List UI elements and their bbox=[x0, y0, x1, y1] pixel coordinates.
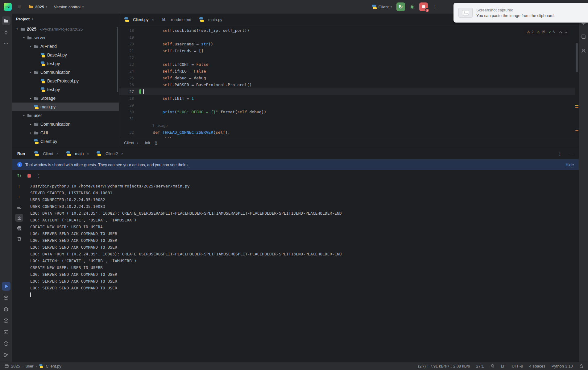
down-stack-trace-button[interactable]: ↓ bbox=[15, 193, 23, 201]
run-toolwindow-button[interactable] bbox=[2, 282, 10, 291]
minimize-icon[interactable]: — bbox=[569, 151, 573, 156]
python-packages-toolwindow-button[interactable] bbox=[2, 293, 10, 302]
project-toolwindow-button[interactable] bbox=[2, 16, 10, 25]
stop-console-button[interactable] bbox=[25, 171, 33, 180]
tree-item-user[interactable]: ▾user bbox=[12, 111, 119, 120]
editor-scrollbar[interactable] bbox=[575, 26, 579, 138]
project-widget[interactable]: 2025 ▾ bbox=[27, 2, 49, 11]
main-menu-button[interactable]: ≡ bbox=[15, 2, 23, 11]
chevron-down-icon[interactable]: ▾ bbox=[22, 36, 26, 39]
chevron-down-icon[interactable]: ▾ bbox=[28, 45, 33, 48]
tree-item-label: Storage bbox=[40, 96, 56, 101]
chevron-down-icon[interactable]: ▾ bbox=[22, 114, 26, 117]
close-icon[interactable]: × bbox=[87, 151, 89, 156]
pycharm-logo-icon: PC bbox=[4, 3, 12, 11]
ai-assistant-button[interactable] bbox=[579, 46, 588, 55]
up-stack-trace-button[interactable]: ↑ bbox=[15, 182, 23, 190]
tree-item-communication[interactable]: ▸Communication bbox=[12, 120, 119, 128]
file-encoding[interactable]: UTF-8 bbox=[512, 364, 523, 368]
editor-column: Client.py×M↓readme.mdmain.py 18 self.soc… bbox=[119, 14, 579, 147]
commit-toolwindow-button[interactable] bbox=[2, 28, 10, 36]
editor-tab-main-py[interactable]: main.py bbox=[195, 14, 226, 26]
run-tab-client2[interactable]: Client2× bbox=[93, 148, 127, 159]
more-actions-button[interactable]: ⋮ bbox=[431, 2, 439, 11]
tree-item-aifriend[interactable]: ▾AIFriend bbox=[12, 42, 119, 51]
statusbar-breadcrumb[interactable]: 2025 bbox=[11, 364, 20, 368]
services-toolwindow-button[interactable] bbox=[2, 305, 10, 313]
tree-item-server[interactable]: ▾server bbox=[12, 33, 119, 42]
statusbar-breadcrumb[interactable]: user bbox=[26, 364, 33, 368]
notifications-muted-icon[interactable] bbox=[490, 364, 495, 368]
tree-item-baseprotocol-py[interactable]: BaseProtocol.py bbox=[12, 77, 119, 85]
line-number: 22 bbox=[119, 54, 139, 61]
tab-label: Client.py bbox=[133, 17, 149, 22]
scroll-to-end-button[interactable] bbox=[15, 214, 23, 222]
tree-item-gui[interactable]: ▸GUI bbox=[12, 128, 119, 137]
rerun-console-button[interactable]: ↻ bbox=[15, 171, 23, 180]
indent-style[interactable]: 4 spaces bbox=[529, 364, 545, 368]
todo-toolwindow-button[interactable] bbox=[2, 339, 10, 348]
chevron-right-icon[interactable]: ▸ bbox=[28, 97, 33, 100]
python-icon bbox=[39, 364, 43, 368]
print-button[interactable] bbox=[15, 224, 23, 232]
tree-item-main-py[interactable]: main.py bbox=[12, 103, 119, 111]
options-kebab-icon[interactable]: ⋮ bbox=[557, 151, 562, 157]
breadcrumb-separator: › bbox=[137, 141, 138, 145]
prev-problem-button[interactable] bbox=[559, 32, 562, 35]
hide-banner-button[interactable]: Hide bbox=[565, 162, 574, 167]
breadcrumb-item[interactable]: __init__() bbox=[141, 141, 157, 145]
chevron-right-icon[interactable]: ▸ bbox=[28, 131, 33, 134]
soft-wrap-button[interactable] bbox=[15, 203, 23, 211]
close-icon[interactable]: × bbox=[152, 17, 154, 22]
chevron-right-icon[interactable]: ▸ bbox=[28, 123, 33, 126]
tree-item-2025[interactable]: ▾2025~/PycharmProjects/2025 bbox=[12, 25, 119, 33]
chevron-down-icon[interactable]: ▾ bbox=[32, 18, 33, 20]
editor-tab-readme-md[interactable]: M↓readme.md bbox=[158, 14, 195, 26]
inspections-widget[interactable]: ⚠2 ⚠15 ✓5 bbox=[524, 28, 570, 36]
rerun-button[interactable]: ↻ bbox=[396, 2, 405, 11]
tree-item-client-py[interactable]: Client.py bbox=[12, 137, 119, 146]
caret-position[interactable]: 27:1 bbox=[476, 364, 484, 368]
close-icon[interactable]: × bbox=[56, 151, 59, 156]
version-control-toolwindow-button[interactable] bbox=[2, 351, 10, 359]
stop-button[interactable]: 3 bbox=[419, 2, 428, 11]
more-toolwindows-button[interactable]: ⋯ bbox=[2, 39, 10, 48]
clear-console-button[interactable] bbox=[15, 235, 23, 243]
tree-item-baseai-py[interactable]: BaseAI.py bbox=[12, 51, 119, 59]
chevron-down-icon[interactable]: ▾ bbox=[28, 71, 33, 74]
console-line: LOG: SERVER SEND ACK COMMAND TO USER bbox=[30, 271, 579, 278]
scrollbar-thumb[interactable] bbox=[117, 27, 118, 92]
run-config-selector[interactable]: Client ▾ bbox=[370, 2, 394, 11]
notification-toast[interactable]: Screenshot captured You can paste the im… bbox=[453, 3, 588, 23]
run-tab-main[interactable]: main× bbox=[62, 148, 93, 159]
statusbar-breadcrumb[interactable]: Client.py bbox=[46, 364, 61, 368]
python-icon bbox=[66, 151, 71, 156]
tree-item-test-py[interactable]: test.py bbox=[12, 59, 119, 68]
tree-item-communication[interactable]: ▾Communication bbox=[12, 68, 119, 77]
line-number: 18 bbox=[119, 27, 139, 34]
terminal-toolwindow-button[interactable] bbox=[2, 328, 10, 336]
line-separator[interactable]: LF bbox=[501, 364, 506, 368]
vcs-widget[interactable]: Version control ▾ bbox=[52, 2, 85, 11]
tree-item-test-py[interactable]: test.py bbox=[12, 85, 119, 94]
editor-code-line: 23 self.ifCONT = False bbox=[119, 61, 575, 68]
breadcrumb-item[interactable]: Client bbox=[124, 141, 134, 145]
editor[interactable]: 18 self.sock.bind((self_ip, self_port))1… bbox=[119, 26, 579, 138]
run-tab-client[interactable]: Client× bbox=[30, 148, 62, 159]
editor-tab-client-py[interactable]: Client.py× bbox=[120, 14, 158, 26]
chevron-down-icon[interactable]: ▾ bbox=[15, 27, 19, 31]
titlebar-left-group: PC ≡ 2025 ▾ Version control ▾ bbox=[4, 2, 85, 11]
next-problem-button[interactable] bbox=[565, 30, 568, 33]
line-number: 33 bbox=[119, 136, 139, 138]
python-console-toolwindow-button[interactable] bbox=[2, 316, 10, 325]
debug-button[interactable] bbox=[408, 2, 416, 11]
code-text bbox=[143, 88, 575, 95]
close-icon[interactable]: × bbox=[121, 151, 123, 156]
tree-item-storage[interactable]: ▸Storage bbox=[12, 94, 119, 103]
console-more-button[interactable]: ⋮ bbox=[35, 171, 43, 180]
gutter bbox=[139, 88, 143, 95]
python-interpreter[interactable]: Python 3.10 bbox=[552, 364, 573, 368]
console-output[interactable]: /usr/bin/python3.10 /home/user/PycharmPr… bbox=[26, 182, 579, 362]
scrollbar-thumb[interactable] bbox=[576, 43, 578, 72]
documentation-button[interactable] bbox=[579, 32, 588, 41]
